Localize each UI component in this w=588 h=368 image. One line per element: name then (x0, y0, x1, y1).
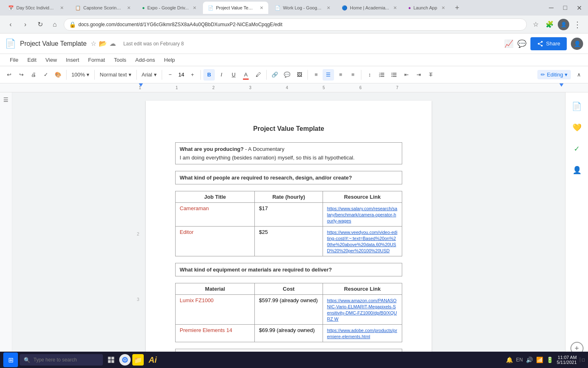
font-size-increase[interactable]: + (187, 69, 198, 81)
outline-icon[interactable]: ☰ (3, 96, 9, 103)
tab-close-expo[interactable]: ✕ (193, 5, 196, 11)
bookmark-star-button[interactable]: ☆ (530, 19, 541, 30)
comment-button[interactable]: 💬 (281, 69, 293, 81)
menu-tools[interactable]: Tools (110, 55, 130, 65)
taskbar-chrome-app[interactable] (119, 354, 131, 366)
spellcheck-button[interactable]: ✓ (40, 69, 51, 81)
add-to-drive-icon[interactable]: 📂 (99, 40, 107, 47)
chart-icon[interactable]: 📈 (504, 39, 513, 48)
menu-dots-button[interactable]: ⋮ (572, 19, 583, 30)
toolbar-sep-1 (66, 70, 67, 80)
gdocs-sidebar-icon[interactable]: 📄 (570, 99, 584, 114)
network-icon[interactable]: 📶 (536, 357, 543, 363)
underline-button[interactable]: U (228, 69, 239, 81)
tab-close-capstone[interactable]: ✕ (127, 5, 131, 11)
taskbar-app-taskview[interactable] (105, 353, 118, 366)
lock-icon: 🔒 (69, 21, 76, 28)
decrease-indent-button[interactable]: ⇤ (401, 69, 412, 81)
bulleted-list-button[interactable] (388, 69, 400, 81)
tab-close-worklog[interactable]: ✕ (327, 5, 330, 11)
reload-button[interactable]: ↻ (34, 19, 46, 30)
font-dropdown[interactable]: Arial ▾ (139, 69, 159, 81)
align-center-button[interactable]: ☰ (323, 69, 334, 81)
taskbar-search[interactable]: 🔍 (20, 354, 103, 366)
materials-lumix-name: Lumix FZ1000 (176, 295, 255, 325)
zoom-dropdown[interactable]: 100% ▾ (69, 69, 92, 81)
numbered-list-button[interactable] (376, 69, 388, 81)
tab-close-project[interactable]: ✕ (260, 5, 263, 11)
address-bar[interactable]: 🔒 docs.google.com/document/d/1YG6cGlkmr8… (64, 18, 527, 31)
user-avatar[interactable]: 👤 (571, 38, 583, 50)
line-spacing-button[interactable]: ↕ (364, 69, 375, 81)
tab-academia[interactable]: 🔵 Home | Academia... ✕ (337, 2, 402, 14)
share-button[interactable]: Share (530, 37, 567, 50)
paint-format-button[interactable]: 🎨 (52, 69, 64, 81)
taskbar-search-input[interactable] (33, 357, 99, 363)
jobs-cameraman-title: Cameraman (176, 203, 255, 227)
keep-icon[interactable]: 💛 (570, 120, 584, 135)
link-button[interactable]: 🔗 (269, 69, 281, 81)
tab-capstone[interactable]: 📋 Capstone Scoring C... ✕ (70, 2, 136, 14)
minimize-button[interactable]: ─ (546, 2, 557, 13)
taskbar-files-app[interactable]: 📁 (132, 354, 144, 366)
forward-button[interactable]: › (20, 19, 31, 30)
notification-icon[interactable]: 🔔 (506, 357, 513, 363)
back-button[interactable]: ‹ (5, 19, 16, 30)
app-topbar: 📄 Project Value Template ☆ 📂 ☁ Last edit… (0, 34, 588, 54)
home-button[interactable]: ⌂ (49, 19, 60, 30)
extensions-button[interactable]: 🧩 (544, 19, 555, 30)
highlight-color-button[interactable]: 🖊 (252, 69, 264, 81)
tab-close-launch[interactable]: ✕ (441, 5, 445, 11)
tab-launchapp[interactable]: ● Launch App ✕ (403, 2, 450, 14)
contacts-icon[interactable]: 👤 (570, 163, 584, 177)
start-button[interactable]: ⊞ (3, 352, 18, 367)
collapse-toolbar-button[interactable]: ∧ (573, 69, 585, 81)
redo-button[interactable]: ↪ (16, 69, 27, 81)
language-icon[interactable]: EN (516, 357, 523, 363)
page-marker-3: 3 (137, 297, 139, 302)
profile-button[interactable]: 👤 (558, 19, 569, 30)
italic-button[interactable]: I (216, 69, 227, 81)
tab-expo[interactable]: ● Expo - Google Driv... ✕ (137, 2, 201, 14)
menu-edit[interactable]: Edit (23, 55, 40, 65)
tab-project-value[interactable]: 📄 Project Value Temp... ✕ (203, 2, 268, 14)
tab-worklog[interactable]: 📄 Work Log - Google ... ✕ (270, 2, 335, 14)
image-button[interactable]: 🖼 (294, 69, 305, 81)
increase-indent-button[interactable]: ⇥ (413, 69, 424, 81)
maximize-button[interactable]: □ (559, 2, 571, 13)
menu-insert[interactable]: Insert (62, 55, 83, 65)
menu-file[interactable]: File (6, 55, 22, 65)
bold-button[interactable]: B (203, 69, 215, 81)
tab-close-day50[interactable]: ✕ (60, 5, 64, 11)
menu-format[interactable]: Format (84, 55, 109, 65)
tab-day50[interactable]: 📅 Day 50cc Individual... ✕ (3, 2, 69, 14)
menu-help[interactable]: Help (160, 55, 179, 65)
font-size-decrease[interactable]: − (165, 69, 176, 81)
clear-formatting-button[interactable]: T̶ (425, 69, 437, 81)
show-desktop-button[interactable]: □ (580, 357, 585, 362)
materials-premiere-name: Premiere Elements 14 (176, 325, 255, 342)
align-right-button[interactable]: ≡ (335, 69, 346, 81)
cloud-save-icon[interactable]: ☁ (109, 40, 116, 47)
menu-view[interactable]: View (41, 55, 61, 65)
toolbar-sep-3 (136, 70, 137, 80)
undo-button[interactable]: ↩ (3, 69, 15, 81)
editing-dropdown[interactable]: ✏ Editing ▾ (537, 70, 571, 79)
jobs-row-editor: Editor $25 https://www.veedyou.com/video… (176, 227, 402, 256)
new-tab-button[interactable]: + (452, 2, 463, 13)
close-button[interactable]: ✕ (573, 2, 585, 13)
section3-question: What kind of equipment or materials are … (180, 267, 332, 273)
style-dropdown[interactable]: Normal text ▾ (97, 69, 134, 81)
star-icon[interactable]: ☆ (91, 40, 96, 47)
print-button[interactable]: 🖨 (28, 69, 39, 81)
text-color-button[interactable]: A (240, 69, 252, 81)
document-area[interactable]: Project Value Template What are you prod… (12, 92, 565, 368)
tab-close-academia[interactable]: ✕ (393, 5, 397, 11)
volume-icon[interactable]: 🔊 (526, 357, 533, 363)
battery-icon[interactable]: 🔋 (546, 357, 553, 363)
comments-icon[interactable]: 💬 (517, 39, 526, 48)
tasks-icon[interactable]: ✓ (570, 141, 584, 156)
menu-addons[interactable]: Add-ons (131, 55, 159, 65)
align-left-button[interactable]: ≡ (310, 69, 322, 81)
align-justify-button[interactable]: ≡ (347, 69, 359, 81)
